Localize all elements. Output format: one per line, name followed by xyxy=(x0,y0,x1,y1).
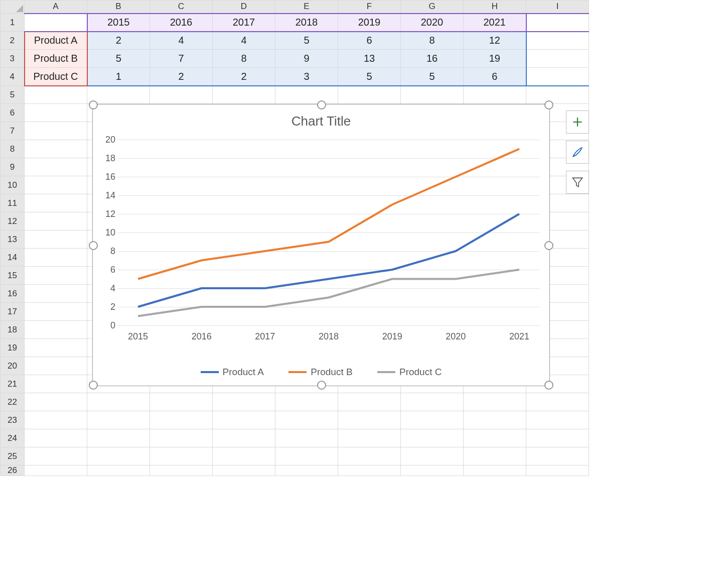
y-tick-label: 10 xyxy=(95,227,115,238)
cell-D3[interactable]: 8 xyxy=(213,50,275,68)
cell-F1[interactable]: 2019 xyxy=(338,14,401,32)
series-line-product-c[interactable] xyxy=(138,270,519,316)
rowhead-15[interactable]: 15 xyxy=(1,267,25,285)
cell-I3[interactable] xyxy=(526,50,589,68)
cell-H2[interactable]: 12 xyxy=(464,32,526,50)
cell-B2[interactable]: 2 xyxy=(87,32,150,50)
cell-A4[interactable]: Product C xyxy=(25,68,87,86)
cell-D2[interactable]: 4 xyxy=(213,32,275,50)
y-tick-label: 12 xyxy=(95,209,115,219)
chart-filters-button[interactable] xyxy=(566,171,589,194)
cell-D4[interactable]: 2 xyxy=(213,68,275,86)
select-all-corner[interactable] xyxy=(1,1,25,14)
resize-handle-sw[interactable] xyxy=(89,381,98,390)
cell-I1[interactable] xyxy=(526,14,589,32)
cell-G4[interactable]: 5 xyxy=(401,68,464,86)
rowhead-22[interactable]: 22 xyxy=(1,393,25,411)
cell-G3[interactable]: 16 xyxy=(401,50,464,68)
col-F[interactable]: F xyxy=(338,1,401,14)
rowhead-13[interactable]: 13 xyxy=(1,230,25,249)
rowhead-1[interactable]: 1 xyxy=(1,14,25,32)
cell-C1[interactable]: 2016 xyxy=(150,14,213,32)
cell-F3[interactable]: 13 xyxy=(338,50,401,68)
resize-handle-se[interactable] xyxy=(544,381,553,390)
y-tick-label: 14 xyxy=(95,190,115,201)
rowhead-3[interactable]: 3 xyxy=(1,50,25,68)
cell-H3[interactable]: 19 xyxy=(464,50,526,68)
cell-A3[interactable]: Product B xyxy=(25,50,87,68)
cell-B1[interactable]: 2015 xyxy=(87,14,150,32)
cell-D1[interactable]: 2017 xyxy=(213,14,275,32)
cell-B3[interactable]: 5 xyxy=(87,50,150,68)
col-G[interactable]: G xyxy=(401,1,464,14)
series-line-product-b[interactable] xyxy=(138,149,519,279)
rowhead-21[interactable]: 21 xyxy=(1,375,25,393)
resize-handle-ne[interactable] xyxy=(544,100,553,109)
column-header-row: A B C D E F G H I xyxy=(1,1,589,14)
col-B[interactable]: B xyxy=(87,1,150,14)
series-line-product-a[interactable] xyxy=(138,214,519,307)
chart-styles-button[interactable] xyxy=(566,141,589,164)
col-D[interactable]: D xyxy=(213,1,275,14)
rowhead-17[interactable]: 17 xyxy=(1,303,25,321)
col-C[interactable]: C xyxy=(150,1,213,14)
rowhead-14[interactable]: 14 xyxy=(1,249,25,267)
rowhead-25[interactable]: 25 xyxy=(1,447,25,465)
cell-H4[interactable]: 6 xyxy=(464,68,526,86)
resize-handle-n[interactable] xyxy=(317,100,326,109)
rowhead-11[interactable]: 11 xyxy=(1,194,25,212)
embedded-chart[interactable]: Chart Title 02468101214161820 2015201620… xyxy=(92,104,550,386)
legend-item-a[interactable]: Product A xyxy=(201,367,264,378)
cell-I4[interactable] xyxy=(526,68,589,86)
rowhead-19[interactable]: 19 xyxy=(1,339,25,357)
cell-E3[interactable]: 9 xyxy=(275,50,338,68)
cell-E2[interactable]: 5 xyxy=(275,32,338,50)
legend-item-c[interactable]: Product C xyxy=(377,367,442,378)
cell-H1[interactable]: 2021 xyxy=(464,14,526,32)
legend-item-b[interactable]: Product B xyxy=(288,367,352,378)
col-A[interactable]: A xyxy=(25,1,87,14)
cell-C3[interactable]: 7 xyxy=(150,50,213,68)
cell-C4[interactable]: 2 xyxy=(150,68,213,86)
chart-lines xyxy=(118,140,539,325)
resize-handle-w[interactable] xyxy=(89,241,98,250)
rowhead-9[interactable]: 9 xyxy=(1,158,25,176)
cell-I2[interactable] xyxy=(526,32,589,50)
rowhead-8[interactable]: 8 xyxy=(1,140,25,158)
chart-title[interactable]: Chart Title xyxy=(93,113,549,129)
chart-legend[interactable]: Product A Product B Product C xyxy=(93,365,549,378)
rowhead-24[interactable]: 24 xyxy=(1,429,25,447)
cell-E4[interactable]: 3 xyxy=(275,68,338,86)
rowhead-26[interactable]: 26 xyxy=(1,465,25,476)
cell-G1[interactable]: 2020 xyxy=(401,14,464,32)
rowhead-6[interactable]: 6 xyxy=(1,104,25,122)
rowhead-12[interactable]: 12 xyxy=(1,212,25,230)
rowhead-7[interactable]: 7 xyxy=(1,122,25,140)
cell-F2[interactable]: 6 xyxy=(338,32,401,50)
resize-handle-nw[interactable] xyxy=(89,100,98,109)
rowhead-5[interactable]: 5 xyxy=(1,86,25,104)
cell-A1[interactable] xyxy=(25,14,87,32)
cell-E1[interactable]: 2018 xyxy=(275,14,338,32)
resize-handle-e[interactable] xyxy=(544,241,553,250)
col-E[interactable]: E xyxy=(275,1,338,14)
rowhead-10[interactable]: 10 xyxy=(1,176,25,194)
chart-elements-button[interactable] xyxy=(566,110,589,134)
legend-label-a: Product A xyxy=(223,367,264,378)
cell-B4[interactable]: 1 xyxy=(87,68,150,86)
cell-A2[interactable]: Product A xyxy=(25,32,87,50)
cell-A5[interactable] xyxy=(25,86,87,104)
col-I[interactable]: I xyxy=(526,1,589,14)
cell-F4[interactable]: 5 xyxy=(338,68,401,86)
rowhead-4[interactable]: 4 xyxy=(1,68,25,86)
rowhead-18[interactable]: 18 xyxy=(1,321,25,339)
resize-handle-s[interactable] xyxy=(317,381,326,390)
cell-C2[interactable]: 4 xyxy=(150,32,213,50)
col-H[interactable]: H xyxy=(464,1,526,14)
rowhead-2[interactable]: 2 xyxy=(1,32,25,50)
cell-G2[interactable]: 8 xyxy=(401,32,464,50)
rowhead-20[interactable]: 20 xyxy=(1,357,25,375)
plot-area[interactable]: 02468101214161820 2015201620172018201920… xyxy=(118,140,539,325)
rowhead-23[interactable]: 23 xyxy=(1,411,25,429)
rowhead-16[interactable]: 16 xyxy=(1,285,25,303)
